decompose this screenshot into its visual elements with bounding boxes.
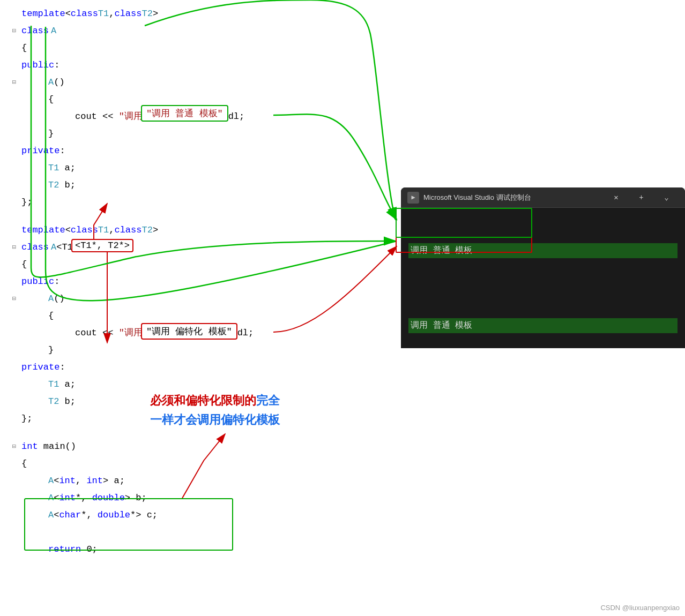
code-line: ⊟ class A bbox=[0, 22, 386, 40]
line-gutter: ⊟ bbox=[5, 22, 21, 40]
code-line: { bbox=[0, 256, 386, 273]
annotation-box-partial-template: "调用 偏特化 模板" bbox=[141, 323, 237, 340]
annotation-text: "调用 普通 模板" bbox=[146, 109, 223, 119]
code-line: ⊟ int main() bbox=[0, 438, 386, 455]
terminal-close-button[interactable]: ✕ bbox=[604, 190, 628, 205]
terminal-output-2: 调用 普通 模板 bbox=[408, 318, 677, 333]
code-line: template<class T1,class T2> bbox=[0, 5, 386, 22]
code-line: } bbox=[0, 342, 386, 359]
code-line: }; bbox=[0, 194, 386, 211]
terminal-title: Microsoft Visual Studio 调试控制台 bbox=[423, 193, 600, 202]
code-line: { bbox=[0, 40, 386, 57]
annotation-note-red: 必须和偏特化限制的完全 bbox=[150, 391, 280, 410]
code-line: private: bbox=[0, 359, 386, 376]
watermark: CSDN @liuxuanpengxiao bbox=[600, 604, 680, 612]
terminal-titlebar: ▶ Microsoft Visual Studio 调试控制台 ✕ + ⌄ bbox=[401, 187, 685, 208]
line-gutter: ⊟ bbox=[5, 74, 21, 91]
keyword: template bbox=[21, 5, 65, 22]
annotation-note: 必须和偏特化限制的完全 一样才会调用偏特化模板 bbox=[150, 391, 280, 430]
line-gutter: ⊟ bbox=[5, 438, 21, 455]
code-line: public: bbox=[0, 57, 386, 74]
annotation-box-normal-template: "调用 普通 模板" bbox=[141, 105, 228, 122]
code-line: T1 a; bbox=[0, 160, 386, 177]
code-line: ⊟ A() bbox=[0, 290, 386, 307]
specialization-text: <T1*, T2*> bbox=[75, 241, 130, 251]
code-line: } bbox=[0, 125, 386, 142]
terminal-window[interactable]: ▶ Microsoft Visual Studio 调试控制台 ✕ + ⌄ 调用… bbox=[401, 187, 685, 348]
terminal-buttons: ✕ + ⌄ bbox=[604, 190, 679, 205]
code-line: template<class T1, class T2> bbox=[0, 222, 386, 239]
code-line: private: bbox=[0, 142, 386, 160]
terminal-line-1: 调用 普通 模板 bbox=[408, 213, 677, 288]
terminal-chevron-button[interactable]: ⌄ bbox=[654, 190, 679, 205]
terminal-add-button[interactable]: + bbox=[629, 190, 653, 205]
annotation-box-main-calls bbox=[24, 498, 233, 551]
annotation-text-2: "调用 偏特化 模板" bbox=[146, 327, 232, 337]
annotation-box-specialization: <T1*, T2*> bbox=[71, 239, 133, 252]
code-line: public: bbox=[0, 273, 386, 290]
code-line: ⊟ class A<T1*, T2*> bbox=[0, 239, 386, 256]
line-gutter: ⊟ bbox=[5, 239, 21, 256]
code-line: T2 b; bbox=[0, 177, 386, 194]
terminal-line-2: 调用 普通 模板 bbox=[408, 288, 677, 348]
annotation-note-blue: 一样才会调用偏特化模板 bbox=[150, 410, 280, 430]
terminal-body: 调用 普通 模板 调用 普通 模板 调用 偏特化 模板 D:\代码\2024代码… bbox=[401, 208, 685, 348]
code-line: A<int, int> a; bbox=[0, 472, 386, 490]
code-line: { bbox=[0, 307, 386, 325]
code-line: ⊟ A() bbox=[0, 74, 386, 91]
code-line: { bbox=[0, 455, 386, 472]
terminal-icon: ▶ bbox=[407, 192, 419, 204]
line-gutter: ⊟ bbox=[5, 290, 21, 307]
terminal-output-1: 调用 普通 模板 bbox=[408, 243, 677, 258]
